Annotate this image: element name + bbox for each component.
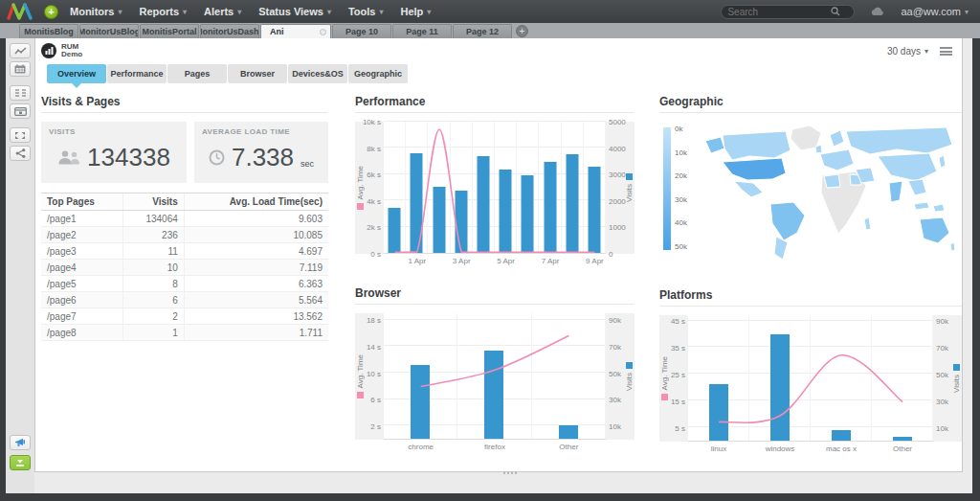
widget-menu-icon[interactable] — [940, 47, 952, 56]
table-cell: /page2 — [41, 227, 123, 243]
col-header-visits[interactable]: Visits — [123, 194, 185, 211]
menu-item-help[interactable]: Help▾ — [400, 6, 431, 17]
visits-value: 134338 — [87, 143, 170, 172]
x-axis-label: Other — [532, 440, 606, 455]
monitis-logo-icon[interactable] — [6, 3, 34, 20]
add-tab-button[interactable]: + — [516, 25, 528, 37]
add-monitor-button[interactable]: + — [44, 5, 58, 19]
table-cell: 8 — [123, 276, 185, 292]
tab-label: Page 12 — [466, 27, 499, 36]
table-cell: /page1 — [41, 211, 123, 227]
x-axis-label: 5 Apr — [495, 254, 517, 269]
menu-item-monitors[interactable]: Monitors▾ — [70, 6, 122, 17]
axis-tick: 1000 — [609, 223, 626, 232]
col-header-top-pages[interactable]: Top Pages — [41, 194, 123, 211]
category-cell — [562, 122, 584, 253]
dashboard-tab-page-10[interactable]: Page 10 — [332, 24, 391, 38]
region-nw-africa — [824, 174, 840, 188]
menu-item-alerts[interactable]: Alerts▾ — [204, 6, 241, 17]
visitors-icon — [57, 150, 80, 165]
category-cell — [451, 122, 473, 253]
axis-tick: 35 s — [671, 343, 685, 352]
share-icon[interactable] — [10, 146, 31, 161]
dashboard-tab-page-11[interactable]: Page 11 — [392, 24, 452, 38]
axis-tick: 30k — [609, 396, 621, 404]
bar — [588, 167, 600, 253]
section-title: Performance — [355, 95, 635, 113]
section-title: Geographic — [659, 95, 962, 113]
legend-tick: 0k — [675, 125, 687, 133]
dashboard-tab-ani[interactable]: Ani — [260, 24, 331, 38]
line-chart-icon[interactable] — [10, 43, 31, 58]
col-header-load-time[interactable]: Avg. Load Time(sec) — [184, 194, 328, 211]
axis-legend-right: Visits — [624, 122, 635, 254]
table-row[interactable]: /page665.564 — [41, 292, 328, 308]
top-pages-table: Top Pages Visits Avg. Load Time(sec) /pa… — [41, 193, 328, 341]
account-menu[interactable]: aa@ww.com ▾ — [901, 6, 969, 17]
axis-legend-left: Avg. Time — [659, 315, 670, 442]
widget-box-icon[interactable] — [10, 103, 31, 119]
platforms-section: Platforms Avg. Time5 s15 s25 s35 s45 sli… — [659, 288, 962, 457]
dashboard-content: RUM Demo 30 days ▾ OverviewPerformancePa… — [34, 38, 972, 493]
dashboard-tab-monitorusblog[interactable]: MonitorUsBlog — [79, 24, 139, 38]
table-row[interactable]: /page586.363 — [41, 276, 328, 292]
table-row[interactable]: /page7213.562 — [41, 308, 328, 325]
table-row[interactable]: /page11340649.603 — [41, 211, 328, 227]
date-range-selector[interactable]: 30 days ▾ — [887, 46, 928, 57]
menu-label: Help — [400, 6, 423, 17]
tab-pages[interactable]: Pages — [167, 64, 227, 83]
table-row[interactable]: /page4107.119 — [41, 260, 328, 276]
chart-body: 1 Apr3 Apr5 Apr7 Apr9 Apr — [384, 122, 606, 269]
topbar-right: aa@ww.com ▾ — [721, 5, 969, 19]
tab-devices-os[interactable]: Devices&OS — [288, 64, 347, 83]
table-cell: /page4 — [41, 260, 123, 276]
load-time-value: 7.338 — [232, 143, 294, 172]
tab-label: Ani — [270, 27, 284, 36]
table-cell: 10 — [123, 260, 185, 276]
dashboard-tab-monitisportal[interactable]: MonitisPortal — [140, 24, 199, 38]
menu-item-status-views[interactable]: Status Views▾ — [258, 6, 331, 17]
fullscreen-icon[interactable] — [10, 127, 31, 143]
cloud-icon[interactable] — [870, 7, 885, 16]
bar — [500, 170, 512, 253]
megaphone-icon[interactable] — [10, 435, 31, 450]
x-axis-label: firefox — [457, 440, 531, 455]
tab-performance[interactable]: Performance — [107, 64, 167, 83]
tab-close-icon[interactable] — [320, 29, 326, 35]
category-cell — [688, 315, 749, 441]
dashboard-tab-monitisblog[interactable]: MonitisBlog — [19, 24, 78, 38]
tab-browser[interactable]: Browser — [228, 64, 287, 83]
search-box[interactable] — [721, 5, 855, 19]
table-row[interactable]: /page3114.697 — [41, 243, 328, 260]
layout-grid-icon[interactable] — [10, 85, 31, 101]
menu-item-tools[interactable]: Tools▾ — [348, 6, 384, 17]
axis-tick: 45 s — [671, 316, 685, 325]
table-cell: /page8 — [41, 325, 123, 341]
browser-section: Browser Avg. Time2 s6 s10 s14 s18 schrom… — [355, 286, 635, 455]
category-cell — [872, 315, 933, 441]
search-input[interactable] — [727, 7, 831, 17]
bar — [832, 430, 851, 441]
table-cell: 4.697 — [184, 243, 328, 260]
x-axis-label — [428, 254, 450, 269]
axis-left: Avg. Time0 s2k s4k s6k s8k s10k s — [355, 122, 384, 254]
calendar-icon[interactable] — [10, 61, 31, 77]
table-row[interactable]: /page223610.085 — [41, 227, 328, 243]
world-map[interactable] — [698, 122, 958, 265]
bar — [522, 175, 534, 253]
country-indonesia-east — [933, 204, 945, 212]
table-row[interactable]: /page811.711 — [41, 325, 328, 341]
bar — [455, 191, 467, 253]
publish-icon[interactable] — [10, 455, 31, 470]
axis-right: Visits010002000300040005000 — [606, 122, 635, 254]
tab-overview[interactable]: Overview — [47, 64, 106, 83]
country-new-zealand — [950, 242, 955, 251]
region-scandinavia — [830, 130, 844, 147]
panel-resize-handle[interactable] — [503, 471, 519, 474]
dashboard-tab-monitorusdashb[interactable]: MonitorUsDashb — [200, 24, 259, 38]
menu-item-reports[interactable]: Reports▾ — [139, 6, 187, 17]
axis-tick: 8k s — [367, 144, 381, 152]
dashboard-tab-page-12[interactable]: Page 12 — [453, 24, 512, 38]
table-cell: /page3 — [41, 243, 123, 260]
tab-geographic[interactable]: Geographic — [348, 64, 408, 83]
